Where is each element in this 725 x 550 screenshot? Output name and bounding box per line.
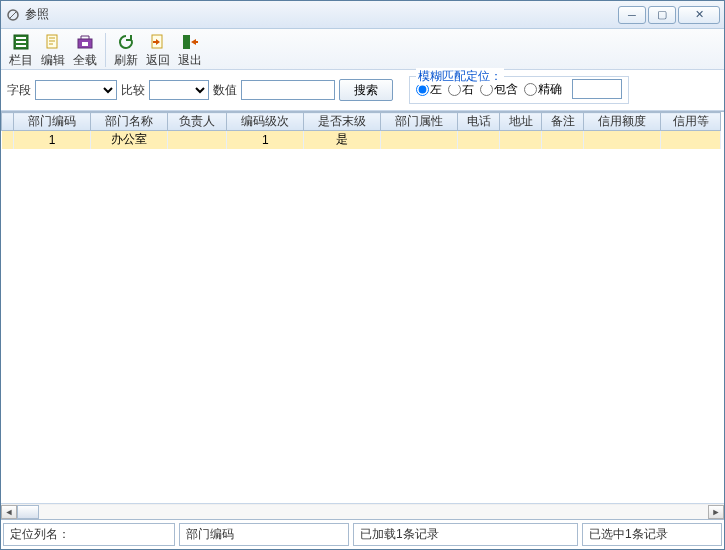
- cell-grade: [661, 131, 721, 149]
- edit-button[interactable]: 编辑: [37, 31, 69, 69]
- field-label: 字段: [7, 82, 31, 99]
- value-label: 数值: [213, 82, 237, 99]
- cell-attr: [381, 131, 458, 149]
- col-attr[interactable]: 部门属性: [381, 113, 458, 131]
- row-marker: [2, 131, 14, 149]
- loadall-button[interactable]: 全载: [69, 31, 101, 69]
- col-remark[interactable]: 备注: [542, 113, 584, 131]
- cell-dept-code: 1: [14, 131, 91, 149]
- col-dept-code[interactable]: 部门编码: [14, 113, 91, 131]
- scroll-right-arrow[interactable]: ►: [708, 505, 724, 519]
- scroll-track[interactable]: [17, 505, 708, 519]
- svg-rect-3: [16, 41, 26, 43]
- cell-is-leaf: 是: [304, 131, 381, 149]
- cell-manager: [167, 131, 227, 149]
- cell-addr: [500, 131, 542, 149]
- reference-window: 参照 ─ ▢ ✕ 栏目 编辑 全载 刷新 返回 退出: [0, 0, 725, 550]
- svg-rect-2: [16, 37, 26, 39]
- cell-level: 1: [227, 131, 304, 149]
- search-bar: 字段 比较 数值 搜索 模糊匹配定位： 左 右 包含 精确: [1, 70, 724, 111]
- compare-label: 比较: [121, 82, 145, 99]
- col-manager[interactable]: 负责人: [167, 113, 227, 131]
- scroll-thumb[interactable]: [17, 505, 39, 519]
- header-row: 部门编码 部门名称 负责人 编码级次 是否末级 部门属性 电话 地址 备注 信用…: [2, 113, 721, 131]
- status-loaded: 已加载1条记录: [353, 523, 578, 546]
- search-button[interactable]: 搜索: [339, 79, 393, 101]
- col-level[interactable]: 编码级次: [227, 113, 304, 131]
- fuzzy-input[interactable]: [572, 79, 622, 99]
- status-loc-value: 部门编码: [179, 523, 349, 546]
- svg-rect-7: [82, 42, 88, 46]
- window-controls: ─ ▢ ✕: [618, 6, 720, 24]
- col-dept-name[interactable]: 部门名称: [90, 113, 167, 131]
- status-selected: 已选中1条记录: [582, 523, 722, 546]
- app-icon: [5, 7, 21, 23]
- window-title: 参照: [25, 6, 618, 23]
- grid-area: 部门编码 部门名称 负责人 编码级次 是否末级 部门属性 电话 地址 备注 信用…: [1, 111, 724, 519]
- columns-button[interactable]: 栏目: [5, 31, 37, 69]
- refresh-icon: [116, 32, 136, 52]
- maximize-button[interactable]: ▢: [648, 6, 676, 24]
- svg-rect-4: [16, 45, 26, 47]
- field-select[interactable]: [35, 80, 117, 100]
- svg-rect-9: [183, 35, 190, 49]
- edit-icon: [43, 32, 63, 52]
- table-row[interactable]: 1 办公室 1 是: [2, 131, 721, 149]
- fuzzy-legend: 模糊匹配定位：: [416, 68, 504, 85]
- data-grid[interactable]: 部门编码 部门名称 负责人 编码级次 是否末级 部门属性 电话 地址 备注 信用…: [1, 112, 724, 503]
- fuzzy-match-group: 模糊匹配定位： 左 右 包含 精确: [409, 76, 629, 104]
- col-grade[interactable]: 信用等: [661, 113, 721, 131]
- status-loc-label: 定位列名：: [3, 523, 175, 546]
- scroll-left-arrow[interactable]: ◄: [1, 505, 17, 519]
- radio-exact[interactable]: [524, 83, 537, 96]
- cell-credit: [584, 131, 661, 149]
- horizontal-scrollbar[interactable]: ◄ ►: [1, 503, 724, 519]
- col-addr[interactable]: 地址: [500, 113, 542, 131]
- cell-remark: [542, 131, 584, 149]
- value-input[interactable]: [241, 80, 335, 100]
- col-credit[interactable]: 信用额度: [584, 113, 661, 131]
- exit-button[interactable]: 退出: [174, 31, 206, 69]
- back-icon: [148, 32, 168, 52]
- toolbar-separator: [105, 33, 106, 67]
- status-bar: 定位列名： 部门编码 已加载1条记录 已选中1条记录: [1, 519, 724, 549]
- row-marker-header: [2, 113, 14, 131]
- col-phone[interactable]: 电话: [458, 113, 500, 131]
- refresh-button[interactable]: 刷新: [110, 31, 142, 69]
- cell-dept-name: 办公室: [90, 131, 167, 149]
- back-button[interactable]: 返回: [142, 31, 174, 69]
- loadall-icon: [75, 32, 95, 52]
- titlebar: 参照 ─ ▢ ✕: [1, 1, 724, 29]
- toolbar: 栏目 编辑 全载 刷新 返回 退出: [1, 29, 724, 70]
- minimize-button[interactable]: ─: [618, 6, 646, 24]
- close-button[interactable]: ✕: [678, 6, 720, 24]
- compare-select[interactable]: [149, 80, 209, 100]
- columns-icon: [11, 32, 31, 52]
- exit-icon: [180, 32, 200, 52]
- col-is-leaf[interactable]: 是否末级: [304, 113, 381, 131]
- cell-phone: [458, 131, 500, 149]
